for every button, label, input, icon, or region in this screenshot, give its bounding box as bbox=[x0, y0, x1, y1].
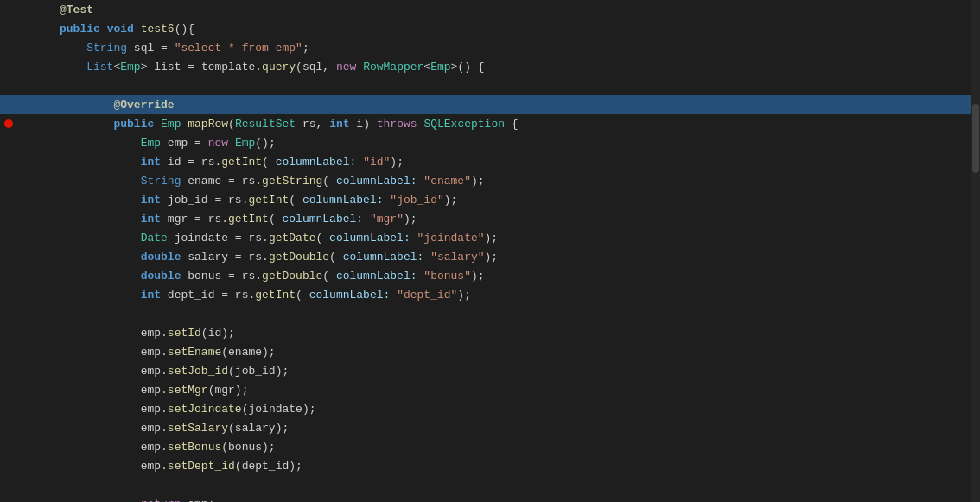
code-line bbox=[0, 76, 980, 95]
line-content: emp.setBonus(bonus); bbox=[56, 441, 980, 454]
code-line: List<Emp> list = template.query(sql, new… bbox=[0, 57, 980, 76]
line-content: Emp emp = new Emp(); bbox=[56, 137, 980, 149]
code-line: emp.setMgr(mgr); bbox=[0, 380, 980, 399]
line-content: String sql = "select * from emp"; bbox=[56, 41, 980, 54]
line-content: emp.setDept_id(dept_id); bbox=[56, 460, 980, 473]
code-line: emp.setEname(ename); bbox=[0, 342, 980, 361]
code-line bbox=[0, 304, 980, 323]
code-line: int job_id = rs.getInt( columnLabel: "jo… bbox=[0, 190, 980, 209]
line-content: Date joindate = rs.getDate( columnLabel:… bbox=[56, 232, 980, 245]
line-content: emp.setJoindate(joindate); bbox=[56, 403, 980, 416]
line-content: @Test bbox=[56, 3, 980, 16]
code-editor: @Test public void test6(){ String sql = … bbox=[0, 0, 980, 502]
code-line bbox=[0, 475, 980, 494]
code-line: @Test bbox=[0, 0, 980, 19]
line-content: emp.setJob_id(job_id); bbox=[56, 365, 980, 378]
code-line: emp.setDept_id(dept_id); bbox=[0, 456, 980, 475]
code-line: public Emp mapRow(ResultSet rs, int i) t… bbox=[0, 114, 980, 133]
line-content: emp.setId(id); bbox=[56, 327, 980, 340]
code-line: double salary = rs.getDouble( columnLabe… bbox=[0, 247, 980, 266]
line-content: int dept_id = rs.getInt( columnLabel: "d… bbox=[56, 289, 980, 302]
code-line: emp.setBonus(bonus); bbox=[0, 437, 980, 456]
line-content: public void test6(){ bbox=[56, 22, 980, 35]
line-content: String ename = rs.getString( columnLabel… bbox=[56, 175, 980, 187]
code-line: String ename = rs.getString( columnLabel… bbox=[0, 171, 980, 190]
line-content bbox=[56, 479, 980, 492]
breakpoint-marker bbox=[4, 119, 13, 128]
code-line: emp.setSalary(salary); bbox=[0, 418, 980, 437]
line-content: double bonus = rs.getDouble( columnLabel… bbox=[56, 270, 980, 283]
line-content: int id = rs.getInt( columnLabel: "id"); bbox=[56, 156, 980, 168]
line-content bbox=[56, 79, 980, 92]
line-content: List<Emp> list = template.query(sql, new… bbox=[56, 60, 980, 73]
code-line: String sql = "select * from emp"; bbox=[0, 38, 980, 57]
line-content: int mgr = rs.getInt( columnLabel: "mgr")… bbox=[56, 213, 980, 226]
line-content: emp.setEname(ename); bbox=[56, 346, 980, 359]
code-line: Emp emp = new Emp(); bbox=[0, 133, 980, 152]
line-content: emp.setMgr(mgr); bbox=[56, 384, 980, 397]
code-line: public void test6(){ bbox=[0, 19, 980, 38]
code-line: emp.setJob_id(job_id); bbox=[0, 361, 980, 380]
line-content bbox=[56, 308, 980, 321]
code-line: int dept_id = rs.getInt( columnLabel: "d… bbox=[0, 285, 980, 304]
line-content: double salary = rs.getDouble( columnLabe… bbox=[56, 251, 980, 264]
code-line: int id = rs.getInt( columnLabel: "id"); bbox=[0, 152, 980, 171]
breakpoint-area[interactable] bbox=[0, 119, 17, 128]
line-content: return emp; bbox=[56, 498, 980, 503]
code-line: return emp; bbox=[0, 494, 980, 502]
line-content: @Override bbox=[56, 98, 980, 111]
scrollbar-thumb[interactable] bbox=[972, 104, 979, 173]
line-content: int job_id = rs.getInt( columnLabel: "jo… bbox=[56, 194, 980, 207]
code-line: emp.setId(id); bbox=[0, 323, 980, 342]
line-content: public Emp mapRow(ResultSet rs, int i) t… bbox=[56, 118, 980, 130]
code-line: Date joindate = rs.getDate( columnLabel:… bbox=[0, 228, 980, 247]
code-line: double bonus = rs.getDouble( columnLabel… bbox=[0, 266, 980, 285]
code-line: int mgr = rs.getInt( columnLabel: "mgr")… bbox=[0, 209, 980, 228]
code-line: emp.setJoindate(joindate); bbox=[0, 399, 980, 418]
code-lines: @Test public void test6(){ String sql = … bbox=[0, 0, 980, 502]
line-content: emp.setSalary(salary); bbox=[56, 422, 980, 435]
code-line-highlighted: @Override bbox=[0, 95, 980, 114]
vertical-scrollbar[interactable] bbox=[971, 0, 980, 502]
